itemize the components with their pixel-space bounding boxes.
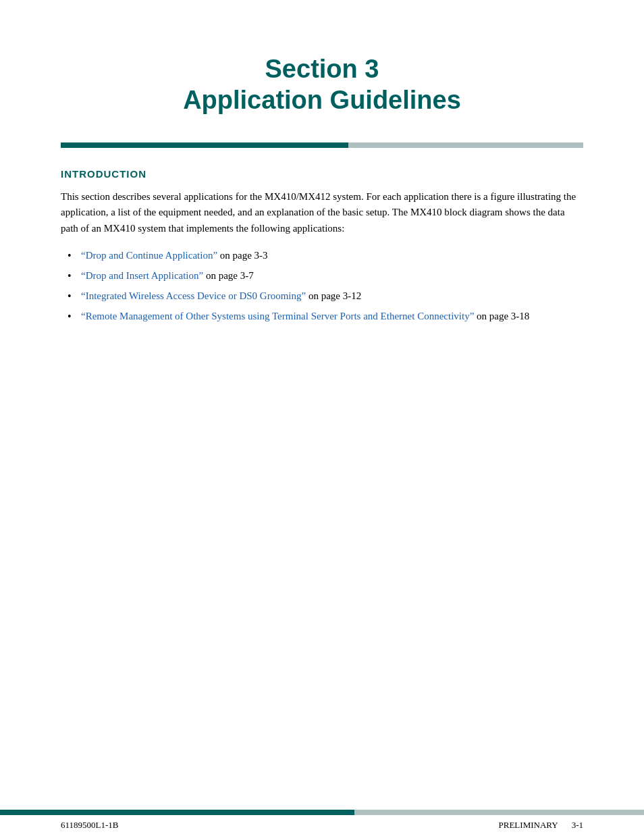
footer-bar xyxy=(0,810,644,815)
divider-light-part xyxy=(348,142,583,148)
list-item: “Drop and Insert Application” on page 3-… xyxy=(68,267,583,284)
link-integrated-wireless[interactable]: “Integrated Wireless Access Device or DS… xyxy=(81,290,306,301)
link-remote-management[interactable]: “Remote Management of Other Systems usin… xyxy=(81,311,474,321)
footer-right-group: PRELIMINARY 3-1 xyxy=(499,820,583,831)
intro-body: This section describes several applicati… xyxy=(61,189,583,236)
footer: 61189500L1-1B PRELIMINARY 3-1 xyxy=(0,810,644,834)
content-area: Section 3 Application Guidelines INTRODU… xyxy=(0,0,644,810)
bullet-list: “Drop and Continue Application” on page … xyxy=(68,247,583,324)
link-drop-continue[interactable]: “Drop and Continue Application” xyxy=(81,250,217,261)
bullet-suffix-1: on page 3-7 xyxy=(203,270,254,281)
page: Section 3 Application Guidelines INTRODU… xyxy=(0,0,644,834)
footer-bar-dark xyxy=(0,810,354,815)
header-divider xyxy=(61,142,583,148)
bullet-suffix-2: on page 3-12 xyxy=(306,290,361,301)
section-title: Application Guidelines xyxy=(61,85,583,116)
footer-doc-number: 61189500L1-1B xyxy=(61,820,118,831)
bullet-suffix-3: on page 3-18 xyxy=(474,311,529,321)
footer-page-number: 3-1 xyxy=(572,820,583,831)
divider-dark-part xyxy=(61,142,348,148)
footer-preliminary: PRELIMINARY xyxy=(499,820,558,831)
intro-heading: INTRODUCTION xyxy=(61,168,583,180)
list-item: “Integrated Wireless Access Device or DS… xyxy=(68,288,583,304)
footer-bar-light xyxy=(354,810,644,815)
bullet-suffix-0: on page 3-3 xyxy=(217,250,268,261)
section-title-block: Section 3 Application Guidelines xyxy=(61,54,583,115)
link-drop-insert[interactable]: “Drop and Insert Application” xyxy=(81,270,203,281)
footer-content: 61189500L1-1B PRELIMINARY 3-1 xyxy=(61,813,583,831)
list-item: “Drop and Continue Application” on page … xyxy=(68,247,583,263)
section-number: Section 3 xyxy=(61,54,583,85)
list-item: “Remote Management of Other Systems usin… xyxy=(68,308,583,324)
